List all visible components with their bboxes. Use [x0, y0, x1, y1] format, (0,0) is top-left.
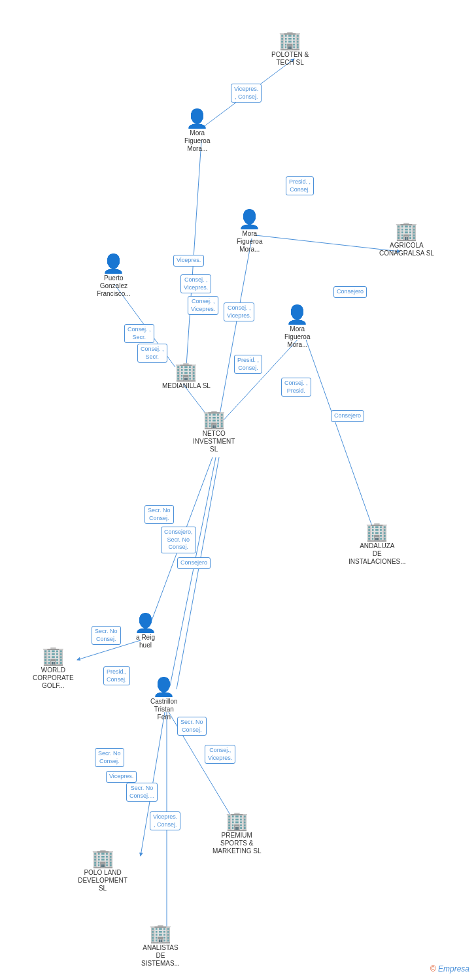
node-mora2: 👤 MoraFigueroaMora... [237, 210, 262, 253]
label-agricola: AGRICOLACONAGRALSA SL [379, 242, 434, 257]
building-icon-polo: 🏢 [92, 849, 114, 868]
node-mora3: 👤 MoraFigueroaMora... [284, 306, 310, 349]
label-premium: PREMIUMSPORTS &MARKETING SL [212, 832, 261, 855]
building-icon-netco: 🏢 [203, 410, 226, 429]
label-polo: POLO LANDDEVELOPMENT SL [73, 869, 132, 892]
svg-line-2 [255, 235, 400, 252]
person-icon-mora3: 👤 [286, 306, 309, 324]
label-analistas: ANALISTASDESISTEMAS... [141, 944, 180, 968]
label-puerto: PuertoGonzalezFrancisco... [97, 274, 131, 298]
badge-consejero-1: Consejero [333, 286, 367, 298]
badge-consejero-2: Consejero [331, 410, 364, 422]
node-mora1: 👤 MoraFigueroaMora... [184, 110, 210, 153]
badge-consej-secr-2: Consej. ,Secr. [137, 344, 167, 363]
node-andaluza: 🏢 ANDALUZADEINSTALACIONES... [348, 523, 406, 566]
badge-consej-secr-1: Consej. ,Secr. [124, 324, 154, 343]
badge-secr-no-consej-2: Secr. NoConsej. [92, 626, 121, 645]
node-agricola: 🏢 AGRICOLACONAGRALSA SL [379, 222, 434, 257]
label-castrillon: CastrillonTristanFern [150, 698, 178, 721]
label-mora3: MoraFigueroaMora... [284, 325, 310, 349]
badge-consejero-secr-1: Consejero,Secr. NoConsej. [161, 527, 196, 553]
node-premium: 🏢 PREMIUMSPORTS &MARKETING SL [212, 812, 261, 855]
building-icon-premium: 🏢 [226, 812, 248, 830]
svg-line-10 [177, 457, 219, 689]
badge-secr-no-consej-3: Secr. NoConsej. [177, 717, 207, 736]
node-puerto: 👤 PuertoGonzalezFrancisco... [97, 255, 131, 298]
building-icon-analistas: 🏢 [149, 924, 172, 943]
badge-presid-consej-3: Presid.,Consej. [103, 666, 130, 685]
person-icon-mora1: 👤 [186, 110, 209, 128]
node-analistas: 🏢 ANALISTASDESISTEMAS... [141, 924, 180, 968]
label-mora2: MoraFigueroaMora... [237, 230, 262, 253]
watermark-text: Empresa [438, 964, 469, 973]
watermark: © Empresa [430, 964, 469, 973]
badge-presid-consej-2: Presid. ,Consej. [234, 355, 262, 374]
label-worldcorp: WORLDCORPORATEGOLF... [33, 666, 74, 690]
label-medianilla: MEDIANILLA SL [162, 382, 211, 390]
node-netco: 🏢 NETCOINVESTMENTSL [193, 410, 235, 453]
badge-secr-no-consej-5: Secr. NoConsej.... [126, 783, 158, 802]
badge-vicepres-consej-2: Vicepres., Consej. [150, 811, 180, 830]
node-medianilla: 🏢 MEDIANILLA SL [162, 363, 211, 390]
badge-consej-vicepres-3: Consej. ,Vicepres. [224, 302, 254, 321]
badge-secr-no-consej-4: Secr. NoConsej. [95, 748, 124, 767]
badge-secr-no-consej-1: Secr. NoConsej. [144, 505, 174, 524]
badge-consejero-3: Consejero [177, 557, 211, 569]
label-mora1: MoraFigueroaMora... [184, 129, 210, 153]
watermark-symbol: © [430, 964, 436, 973]
svg-line-3 [219, 238, 252, 418]
label-lareigu: a Reighuel [136, 634, 155, 649]
svg-line-9 [170, 457, 216, 686]
person-icon-puerto: 👤 [102, 255, 125, 273]
label-andaluza: ANDALUZADEINSTALACIONES... [348, 542, 406, 566]
node-polo: 🏢 POLO LANDDEVELOPMENT SL [73, 849, 132, 892]
building-icon-worldcorp: 🏢 [42, 647, 65, 665]
svg-line-6 [306, 340, 373, 528]
badge-vicepres-1: Vicepres. [173, 255, 204, 267]
badge-vicepres-consej-1: Vicepres., Consej. [231, 84, 262, 103]
node-poloten: 🏢 POLOTEN &TECH SL [271, 31, 309, 67]
svg-line-1 [186, 140, 201, 366]
node-lareigu: 👤 a Reighuel [134, 614, 157, 649]
badge-presid-consej-1: Presid. ,Consej. [286, 176, 314, 195]
node-worldcorp: 🏢 WORLDCORPORATEGOLF... [33, 647, 74, 690]
badge-consej-vicepres-4: Consej.,Vicepres. [205, 745, 235, 764]
building-icon-poloten: 🏢 [279, 31, 301, 50]
person-icon-lareigu: 👤 [134, 614, 157, 632]
badge-consej-vicepres-2: Consej. ,Vicepres. [188, 296, 218, 315]
label-netco: NETCOINVESTMENTSL [193, 430, 235, 453]
badge-consej-vicepres-1: Consej. ,Vicepres. [180, 274, 211, 293]
person-icon-castrillon: 👤 [152, 678, 175, 696]
label-poloten: POLOTEN &TECH SL [271, 51, 309, 67]
badge-vicepres-2: Vicepres. [106, 771, 137, 783]
person-icon-mora2: 👤 [238, 210, 261, 229]
node-castrillon: 👤 CastrillonTristanFern [150, 678, 178, 721]
building-icon-medianilla: 🏢 [175, 363, 197, 381]
badge-consej-presid-1: Consej. ,Presid. [281, 378, 311, 397]
building-icon-agricola: 🏢 [395, 222, 418, 240]
building-icon-andaluza: 🏢 [366, 523, 388, 541]
